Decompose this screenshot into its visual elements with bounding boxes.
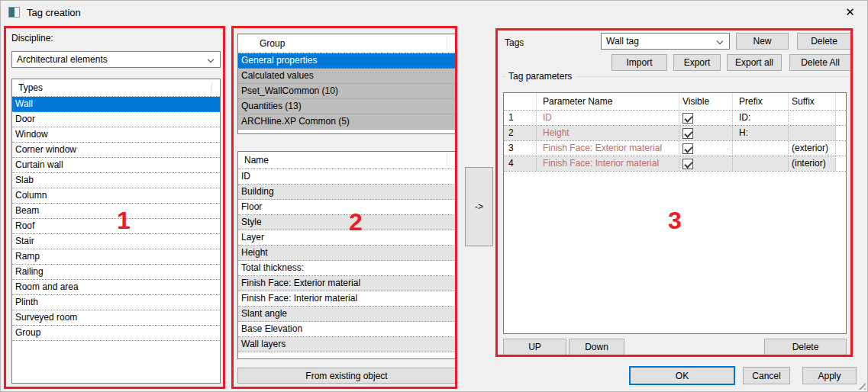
new-tag-button[interactable]: New <box>736 33 789 50</box>
name-list-item[interactable]: Total thickness: <box>238 261 455 276</box>
delete-all-button[interactable]: Delete All <box>789 54 851 71</box>
visible-checkbox[interactable] <box>682 128 693 139</box>
export-button[interactable]: Export <box>673 54 721 71</box>
type-list-item[interactable]: Ramp <box>12 249 220 265</box>
suffix-cell[interactable]: (exterior) <box>789 141 836 156</box>
suffix-cell[interactable]: (interior) <box>789 156 836 171</box>
transfer-arrow-button[interactable]: -> <box>465 167 493 246</box>
name-list-item[interactable]: ID <box>238 169 455 185</box>
header-filler <box>836 93 846 110</box>
visible-checkbox[interactable] <box>682 159 693 169</box>
name-list-item[interactable]: Layer <box>238 230 455 246</box>
name-column-header: Name <box>238 152 455 169</box>
parameter-name-cell: Finish Face: Exterior material <box>537 141 679 156</box>
tag-select[interactable]: Wall tag <box>601 33 730 50</box>
type-list-item[interactable]: Corner window <box>12 143 220 158</box>
type-list-item[interactable]: Wall <box>12 97 220 112</box>
row-filler <box>836 156 846 171</box>
import-button[interactable]: Import <box>611 54 667 71</box>
visible-header: Visible <box>679 93 733 110</box>
chevron-down-icon <box>717 38 723 44</box>
type-list-item[interactable]: Window <box>12 127 220 143</box>
prefix-header: Prefix <box>733 93 789 110</box>
prefix-cell[interactable]: ID: <box>733 111 789 125</box>
move-down-button[interactable]: Down <box>569 339 624 355</box>
row-number-header <box>504 93 537 110</box>
types-list: Types WallDoorWindowCorner windowCurtain… <box>11 79 221 384</box>
delete-tag-button[interactable]: Delete <box>797 33 851 50</box>
move-up-button[interactable]: UP <box>503 339 566 355</box>
from-existing-object-button[interactable]: From existing object <box>237 368 456 384</box>
name-list-item[interactable]: Base Elevation <box>238 322 455 337</box>
row-number-cell: 4 <box>504 156 537 171</box>
group-list-item[interactable]: Quantities (13) <box>238 99 455 114</box>
type-list-item[interactable]: Group <box>12 326 220 341</box>
table-row[interactable]: 2 Height H: <box>504 126 846 141</box>
table-body: 1 ID ID: 2 Height H: <box>504 111 846 172</box>
type-list-item[interactable]: Roof <box>12 219 220 234</box>
name-list-item[interactable]: Finish Face: Interior material <box>238 291 455 307</box>
tag-parameters-table: Parameter Name Visible Prefix Suffix 1 I… <box>503 92 847 334</box>
parameter-name-cell: ID <box>537 111 679 125</box>
name-list-item[interactable]: Height <box>238 246 455 261</box>
table-row[interactable]: 1 ID ID: <box>504 111 846 126</box>
name-list-item[interactable]: Slant angle <box>238 307 455 322</box>
name-list-item[interactable]: Building <box>238 185 455 200</box>
type-list-item[interactable]: Surveyed room <box>12 310 220 326</box>
cancel-button[interactable]: Cancel <box>743 367 790 384</box>
types-column-header: Types <box>12 79 220 97</box>
visible-checkbox[interactable] <box>682 143 693 154</box>
suffix-header: Suffix <box>789 93 836 110</box>
type-list-item[interactable]: Door <box>12 112 220 127</box>
type-list-item[interactable]: Curtain wall <box>12 158 220 173</box>
group-rows: General propertiesCalculated valuesPset_… <box>238 53 455 130</box>
prefix-cell[interactable]: H: <box>733 126 789 140</box>
type-list-item[interactable]: Beam <box>12 204 220 219</box>
type-list-item[interactable]: Slab <box>12 173 220 188</box>
visible-cell <box>679 156 733 171</box>
type-list-item[interactable]: Railing <box>12 265 220 280</box>
suffix-cell[interactable] <box>789 126 836 140</box>
table-header-row: Parameter Name Visible Prefix Suffix <box>504 93 846 111</box>
apply-button[interactable]: Apply <box>802 367 857 384</box>
type-list-item[interactable]: Room and area <box>12 280 220 295</box>
type-list-item[interactable]: Column <box>12 188 220 204</box>
resize-grip[interactable] <box>856 380 866 390</box>
row-filler <box>836 126 846 140</box>
app-icon <box>8 7 20 18</box>
name-list-item[interactable]: Finish Face: Exterior material <box>238 276 455 291</box>
groupbox-line <box>502 76 505 77</box>
ok-button[interactable]: OK <box>629 366 735 385</box>
row-number-cell: 2 <box>504 126 537 140</box>
parameter-name-header: Parameter Name <box>537 93 679 110</box>
export-all-button[interactable]: Export all <box>727 54 782 71</box>
group-list-item[interactable]: General properties <box>238 53 455 69</box>
discipline-value: Architectural elements <box>17 54 108 65</box>
group-column-header: Group <box>238 34 455 53</box>
row-number-cell: 3 <box>504 141 537 156</box>
parameter-name-cell: Height <box>537 126 679 140</box>
delete-parameter-button[interactable]: Delete <box>764 339 847 355</box>
name-list-item[interactable]: Wall layers <box>238 337 455 352</box>
group-list-item[interactable]: ARCHline.XP Common (5) <box>238 114 455 130</box>
close-button[interactable]: ✕ <box>833 1 867 24</box>
visible-checkbox[interactable] <box>682 113 693 124</box>
suffix-cell[interactable] <box>789 111 836 125</box>
tag-parameters-label: Tag parameters <box>508 71 572 82</box>
table-row[interactable]: 3 Finish Face: Exterior material (exteri… <box>504 141 846 156</box>
groupbox-line <box>576 76 848 77</box>
prefix-cell[interactable] <box>733 141 789 156</box>
group-list-item[interactable]: Calculated values <box>238 69 455 84</box>
name-list-item[interactable]: Style <box>238 215 455 230</box>
type-list-item[interactable]: Stair <box>12 234 220 249</box>
name-list-item[interactable]: Floor <box>238 200 455 215</box>
tag-creation-dialog: Tag creation ✕ Discipline: Architectural… <box>0 0 868 392</box>
prefix-cell[interactable] <box>733 156 789 171</box>
type-list-item[interactable]: Plinth <box>12 295 220 310</box>
visible-cell <box>679 126 733 140</box>
group-header-label: Group <box>260 38 285 49</box>
group-list-item[interactable]: Pset_WallCommon (10) <box>238 84 455 99</box>
types-header-label: Types <box>18 82 43 93</box>
table-row[interactable]: 4 Finish Face: Interior material (interi… <box>504 156 846 172</box>
discipline-select[interactable]: Architectural elements <box>11 51 221 68</box>
